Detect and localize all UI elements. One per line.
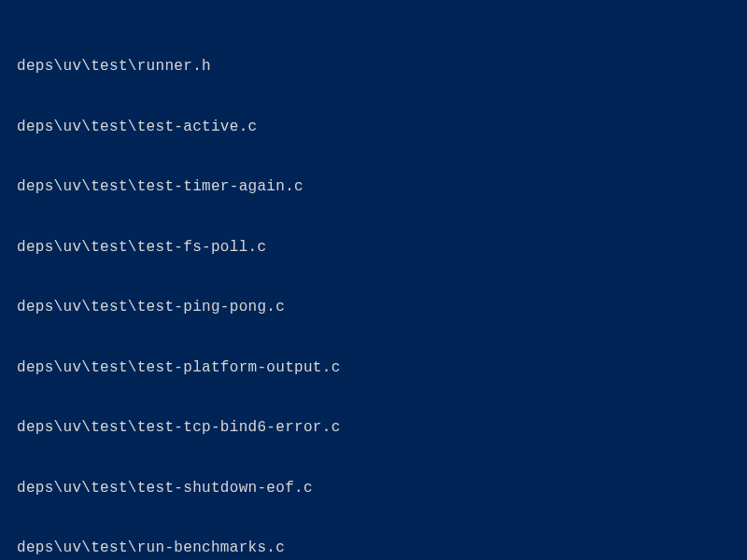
- output-line: deps\uv\test\test-platform-output.c: [17, 358, 730, 379]
- output-line: deps\uv\test\test-fs-poll.c: [17, 238, 730, 259]
- output-line: deps\uv\test\test-ping-pong.c: [17, 298, 730, 318]
- output-line: deps\uv\test\test-active.c: [17, 118, 730, 138]
- powershell-terminal[interactable]: deps\uv\test\runner.h deps\uv\test\test-…: [0, 0, 747, 560]
- output-line: deps\uv\test\test-shutdown-eof.c: [17, 479, 730, 499]
- output-line: deps\uv\test\runner.h: [17, 57, 730, 77]
- output-line: deps\uv\test\run-benchmarks.c: [17, 539, 730, 559]
- output-line: deps\uv\test\test-timer-again.c: [17, 177, 730, 198]
- output-line: deps\uv\test\test-tcp-bind6-error.c: [17, 418, 730, 439]
